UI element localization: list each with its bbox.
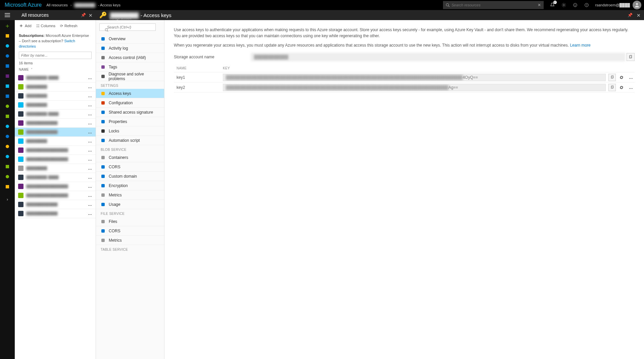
nav-item-tags[interactable]: Tags [96,62,164,72]
rail-item[interactable] [4,103,10,109]
more-icon[interactable]: … [88,139,92,143]
nav-item-automation-script[interactable]: Automation script [96,136,164,145]
column-header-name[interactable]: NAME ˅ [15,65,96,73]
copy-button[interactable] [627,53,635,61]
nav-item-shared-access-signature[interactable]: Shared access signature [96,108,164,117]
rail-item[interactable] [4,174,10,180]
nav-item-encryption[interactable]: Encryption [96,181,164,190]
nav-item-containers[interactable]: Containers [96,153,164,162]
rail-item[interactable] [4,154,10,160]
more-icon[interactable]: … [88,175,92,180]
resource-item[interactable]: ████████████████… [15,191,96,200]
resource-item[interactable]: ████████████████… [15,146,96,155]
rail-item[interactable] [4,53,10,59]
more-icon[interactable]: … [627,84,635,91]
resource-item[interactable]: ████████████… [15,209,96,218]
nav-item-overview[interactable]: Overview [96,34,164,44]
resource-item[interactable]: ████████… [15,164,96,173]
more-icon[interactable]: … [88,211,92,216]
pin-icon[interactable]: 📌 [81,13,86,17]
brand-logo[interactable]: Microsoft Azure [0,2,46,8]
nav-item-activity-log[interactable]: Activity log [96,44,164,53]
rail-item[interactable] [4,143,10,149]
resource-item[interactable]: ████████████████… [15,155,96,164]
resource-item[interactable]: ████████ ████… [15,110,96,119]
nav-item-metrics[interactable]: Metrics [96,236,164,245]
more-icon[interactable]: … [88,75,92,80]
more-icon[interactable]: … [88,193,92,198]
rail-expand[interactable]: › [4,196,10,202]
nav-item-properties[interactable]: Properties [96,117,164,126]
rail-item[interactable] [4,73,10,79]
add-button[interactable]: ＋Add [19,23,32,29]
crumb-all-resources[interactable]: All resources [46,3,68,7]
regenerate-button[interactable] [618,84,625,91]
more-icon[interactable]: … [88,103,92,107]
global-search[interactable]: ✕ [443,1,544,9]
copy-button[interactable] [608,74,616,81]
nav-item-custom-domain[interactable]: Custom domain [96,172,164,181]
copy-button[interactable] [608,84,616,91]
more-icon[interactable]: … [88,184,92,189]
more-icon[interactable]: … [627,74,635,81]
resource-item[interactable]: ████████… [15,101,96,110]
global-search-input[interactable] [452,3,538,7]
rail-new[interactable]: ＋ [4,23,10,29]
nav-item-usage[interactable]: Usage [96,200,164,209]
pin-icon[interactable]: 📌 [628,13,633,17]
rail-item[interactable] [4,63,10,69]
nav-item-access-control-iam-[interactable]: Access control (IAM) [96,53,164,62]
help-button[interactable]: ? [582,0,591,10]
more-icon[interactable]: … [88,94,92,98]
avatar[interactable] [633,1,641,9]
rail-item[interactable] [4,93,10,99]
nav-item-cors[interactable]: CORS [96,162,164,172]
nav-item-configuration[interactable]: Configuration [96,98,164,108]
filter-input[interactable] [19,52,92,59]
rail-item[interactable] [4,123,10,129]
settings-button[interactable] [559,0,568,10]
rail-item[interactable] [4,83,10,89]
resource-item[interactable]: ████████████… [15,200,96,209]
feedback-button[interactable] [571,0,580,10]
crumb-resource[interactable]: ████████ [75,3,95,7]
nav-item-locks[interactable]: Locks [96,126,164,136]
hamburger-menu[interactable] [0,10,15,20]
columns-button[interactable]: ☷Columns [36,24,55,28]
resource-item[interactable]: ████████ ████… [15,73,96,82]
rail-item[interactable] [4,43,10,49]
resource-item[interactable]: ████████████████… [15,182,96,191]
more-icon[interactable]: … [88,166,92,171]
refresh-button[interactable]: ⟳Refresh [60,24,78,28]
learn-more-link[interactable]: Learn more [570,43,590,48]
rail-item[interactable] [4,184,10,190]
nav-item-metrics[interactable]: Metrics [96,190,164,200]
notifications-button[interactable]: 2 [548,0,557,10]
more-icon[interactable]: … [88,121,92,125]
more-icon[interactable]: … [88,130,92,134]
more-icon[interactable]: … [88,157,92,162]
rail-item[interactable] [4,164,10,170]
nav-item-files[interactable]: Files [96,217,164,226]
resource-item[interactable]: ████████ ████… [15,173,96,182]
resource-item[interactable]: ████████… [15,137,96,146]
rail-item[interactable] [4,113,10,119]
regenerate-button[interactable] [618,74,625,81]
resource-item[interactable]: ████████… [15,92,96,101]
more-icon[interactable]: … [88,84,92,89]
more-icon[interactable]: … [88,112,92,116]
close-icon[interactable]: ✕ [89,13,93,18]
close-icon[interactable]: ✕ [637,13,641,18]
nav-item-cors[interactable]: CORS [96,226,164,236]
nav-item-diagnose-and-solve-problems[interactable]: Diagnose and solve problems [96,72,164,81]
nav-item-access-keys[interactable]: Access keys [96,89,164,98]
more-icon[interactable]: … [88,202,92,207]
rail-item[interactable] [4,33,10,39]
resource-item[interactable]: ████████… [15,82,96,92]
clear-search-icon[interactable]: ✕ [538,3,541,7]
more-icon[interactable]: … [88,148,92,153]
rail-item[interactable] [4,133,10,139]
user-label[interactable]: rsandstroem@████ [595,3,633,7]
resource-item[interactable]: ████████████… [15,128,96,137]
resource-item[interactable]: ████████████… [15,119,96,128]
